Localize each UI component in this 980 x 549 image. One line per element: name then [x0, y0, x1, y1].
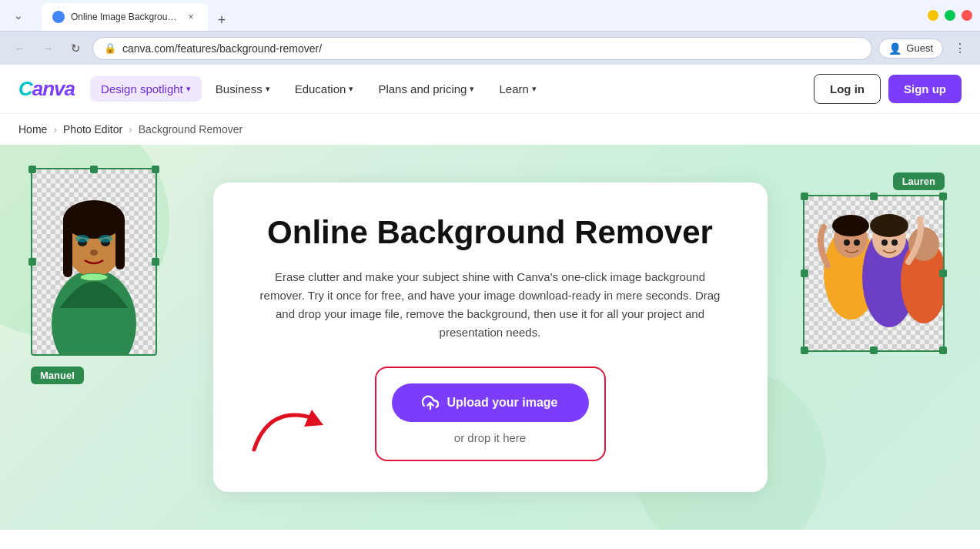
lock-icon: 🔒 — [104, 42, 116, 54]
svg-point-0 — [55, 13, 62, 21]
browser-menu-button[interactable]: ⋮ — [949, 38, 971, 59]
left-person-card: Manuel — [31, 168, 169, 384]
tab-favicon — [52, 11, 65, 23]
svg-rect-6 — [115, 216, 125, 269]
selection-handle-mb-r — [870, 346, 878, 354]
selection-handle-bl-r — [801, 346, 808, 354]
arrow-decoration — [246, 388, 346, 460]
chevron-down-icon: ▾ — [349, 84, 353, 94]
selection-handle-tl — [28, 166, 36, 173]
hero-section: Manuel Online Background Remover Erase c… — [0, 145, 980, 530]
close-tab-button[interactable]: × — [185, 11, 197, 23]
svg-point-12 — [80, 273, 108, 281]
right-group-image — [804, 196, 943, 350]
selection-handle-mr-r — [939, 269, 947, 277]
selection-handle-ml-r — [801, 269, 808, 277]
signup-button[interactable]: Sign up — [888, 75, 962, 103]
svg-point-9 — [75, 235, 89, 243]
nav-plans[interactable]: Plans and pricing ▾ — [367, 76, 485, 102]
login-button[interactable]: Log in — [814, 74, 881, 104]
selection-handle-tr — [152, 166, 159, 173]
nav-items: Design spotlight ▾ Business ▾ Education … — [90, 76, 814, 102]
right-person-card: Lauren — [803, 168, 957, 353]
selection-handle-ml — [28, 258, 36, 266]
nav-business[interactable]: Business ▾ — [205, 76, 281, 102]
svg-point-24 — [854, 239, 860, 246]
canva-logo: Canva — [18, 77, 75, 101]
maximize-button[interactable] — [945, 10, 955, 21]
close-window-button[interactable] — [962, 10, 972, 21]
right-name-badge: Lauren — [893, 172, 945, 190]
profile-icon: 👤 — [888, 42, 901, 55]
breadcrumb-separator: › — [129, 123, 132, 136]
svg-point-17 — [832, 215, 869, 236]
selection-handle-br-r — [939, 346, 947, 354]
breadcrumb-current: Background Remover — [139, 123, 242, 136]
chevron-down-icon: ▾ — [266, 84, 270, 94]
refresh-button[interactable]: ↻ — [65, 38, 86, 59]
site-wrapper: Canva Design spotlight ▾ Business ▾ Educ… — [0, 65, 980, 549]
svg-point-26 — [891, 239, 898, 246]
drop-text: or drop it here — [392, 431, 589, 444]
address-bar[interactable]: 🔒 canva.com/features/background-remover/ — [92, 37, 872, 60]
svg-point-23 — [844, 239, 850, 246]
hero-title: Online Background Remover — [252, 213, 729, 252]
new-tab-button[interactable]: + — [211, 9, 232, 31]
breadcrumb: Home › Photo Editor › Background Remover — [0, 114, 980, 145]
svg-point-20 — [870, 214, 908, 237]
upload-area[interactable]: Upload your image or drop it here — [375, 367, 606, 461]
left-name-badge: Manuel — [31, 367, 84, 384]
browser-tab[interactable]: Online Image Background Re... × — [42, 3, 208, 31]
chevron-down-icon: ▾ — [532, 84, 537, 94]
selection-handle-mr — [152, 258, 159, 266]
selection-handle-tr-r — [939, 192, 947, 200]
selection-handle-mt-r — [870, 192, 878, 200]
profile-button[interactable]: 👤 Guest — [878, 38, 943, 59]
nav-design-spotlight[interactable]: Design spotlight ▾ — [90, 76, 202, 102]
chevron-down-icon: ▾ — [186, 84, 191, 94]
url-text: canva.com/features/background-remover/ — [122, 42, 322, 55]
profile-label: Guest — [906, 42, 933, 54]
top-nav: Canva Design spotlight ▾ Business ▾ Educ… — [0, 65, 980, 114]
upload-button[interactable]: Upload your image — [392, 383, 589, 422]
breadcrumb-photo-editor[interactable]: Photo Editor — [63, 123, 122, 136]
svg-point-10 — [99, 235, 112, 243]
upload-cloud-icon — [422, 394, 439, 411]
back-button[interactable]: ← — [9, 38, 31, 59]
svg-rect-5 — [63, 216, 72, 277]
selection-handle-tl-r — [801, 192, 808, 200]
chevron-down-icon: ▾ — [470, 84, 474, 94]
hero-description: Erase clutter and make your subject shin… — [252, 268, 729, 342]
minimize-button[interactable] — [928, 10, 938, 21]
forward-button[interactable]: → — [37, 38, 59, 59]
nav-learn[interactable]: Learn ▾ — [488, 76, 547, 102]
nav-actions: Log in Sign up — [814, 74, 962, 104]
tab-list-button[interactable]: ⌄ — [8, 5, 29, 26]
breadcrumb-home[interactable]: Home — [18, 123, 47, 136]
svg-point-25 — [881, 239, 888, 246]
breadcrumb-separator: › — [53, 123, 57, 136]
svg-point-11 — [90, 249, 98, 256]
left-person-image — [32, 169, 156, 354]
selection-handle-mt — [90, 166, 98, 173]
nav-education[interactable]: Education ▾ — [284, 76, 365, 102]
tab-title: Online Image Background Re... — [71, 12, 179, 22]
browser-chrome: ⌄ Online Image Background Re... × + ← → … — [0, 0, 980, 65]
